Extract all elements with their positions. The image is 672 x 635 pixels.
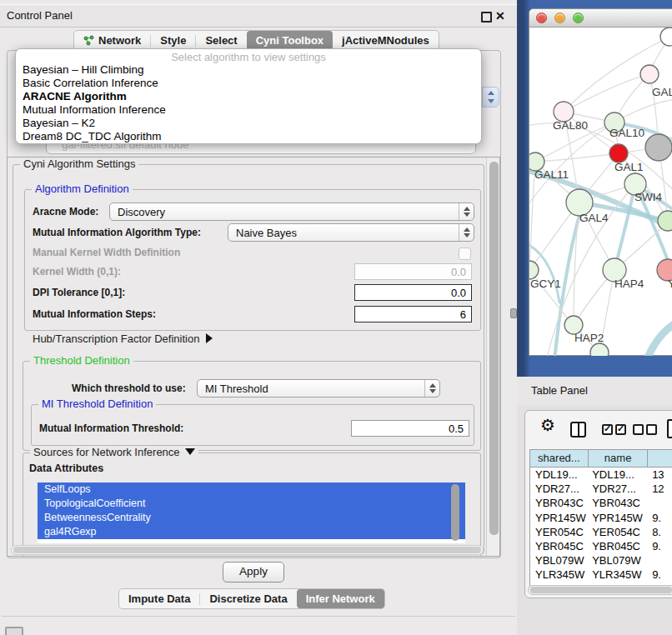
list-scrollbar-thumb[interactable] xyxy=(451,484,459,541)
split-pane-handle[interactable] xyxy=(510,308,517,318)
zoom-traffic-light-icon[interactable] xyxy=(573,12,584,23)
node-gal1[interactable] xyxy=(609,144,628,162)
attribute-item-gal4rgexp[interactable]: gal4RGexp xyxy=(38,525,465,539)
table-cell[interactable]: YLR345W xyxy=(530,568,589,582)
table-cell[interactable]: YBR043C xyxy=(530,496,589,510)
data-attributes-list[interactable]: SelfLoopsTopologicalCoefficientBetweenne… xyxy=(38,482,465,543)
float-window-icon[interactable] xyxy=(481,12,492,22)
settings-vertical-scrollbar[interactable] xyxy=(486,158,500,556)
deselect-all-checkboxes-icon[interactable] xyxy=(633,423,659,438)
tab-label: Select xyxy=(205,34,237,47)
table-row[interactable]: YBL079WYBL079W xyxy=(530,553,672,568)
node-table[interactable]: shared... name YDL19...YDL19...13YDR27..… xyxy=(529,449,672,587)
algorithm-option-aracne-algorithm[interactable]: ARACNE Algorithm xyxy=(16,90,481,103)
network-view-window[interactable]: GALGAL80GAL10GAL1GAL11SWI4GAL4GCY1HAP4YH… xyxy=(529,8,672,356)
network-window-titlebar[interactable] xyxy=(529,9,672,28)
table-cell[interactable]: 9. xyxy=(649,568,672,582)
table-scrollbar-thumb[interactable] xyxy=(530,587,672,593)
table-cell[interactable]: YBR043C xyxy=(589,496,649,510)
table-cell[interactable]: YPR145W xyxy=(530,511,589,525)
mini-palette-icon[interactable] xyxy=(5,627,23,635)
table-row[interactable]: YLR345WYLR345W9. xyxy=(530,568,672,582)
settings-scrollbar-thumb[interactable] xyxy=(489,162,499,535)
table-cell[interactable] xyxy=(649,496,672,510)
tab-select[interactable]: Select xyxy=(196,31,246,50)
table-row[interactable]: YPR145WYPR145W9. xyxy=(530,511,672,525)
table-body[interactable]: YDL19...YDL19...13YDR27...YDR27...12YBR0… xyxy=(529,468,672,587)
table-cell[interactable]: YDL19... xyxy=(530,468,589,482)
tab-style[interactable]: Style xyxy=(151,31,195,50)
column-header-partial[interactable] xyxy=(648,450,672,467)
tab-cyni-toolbox[interactable]: Cyni Toolbox xyxy=(247,31,333,50)
algorithm-option-basic-correlation-inference[interactable]: Basic Correlation Inference xyxy=(16,77,481,90)
table-cell[interactable]: 13 xyxy=(649,468,672,482)
table-cell[interactable]: YBR045C xyxy=(589,539,649,553)
mi-algorithm-type-label: Mutual Information Algorithm Type: xyxy=(33,223,201,242)
table-cell[interactable]: YBL079W xyxy=(589,553,649,568)
close-traffic-light-icon[interactable] xyxy=(536,12,547,23)
combo-stepper-icon[interactable] xyxy=(424,380,439,397)
column-header-name[interactable]: name xyxy=(589,450,649,467)
table-header-row[interactable]: shared... name xyxy=(529,449,672,468)
table-cell[interactable]: YER054C xyxy=(589,525,649,539)
select-all-checkboxes-icon[interactable] xyxy=(602,423,629,438)
tab-network[interactable]: Network xyxy=(74,31,150,50)
table-horizontal-scrollbar[interactable] xyxy=(528,585,672,595)
dpi-tolerance-input[interactable] xyxy=(354,284,472,301)
algorithm-option-dream8-dc-tdc-algorithm[interactable]: Dream8 DC_TDC Algorithm xyxy=(16,130,481,143)
algorithm-option-bayesian-hill-climbing[interactable]: Bayesian – Hill Climbing xyxy=(16,63,481,77)
tab-discretize-data[interactable]: Discretize Data xyxy=(200,589,296,608)
mi-algorithm-type-combo[interactable]: Naive Bayes xyxy=(228,223,474,242)
attribute-item-selfloops[interactable]: SelfLoops xyxy=(38,482,465,497)
split-view-icon[interactable] xyxy=(570,422,586,438)
node-unlabeled[interactable] xyxy=(658,211,672,231)
table-cell[interactable]: 12 xyxy=(649,482,672,496)
mi-threshold-input[interactable] xyxy=(351,420,469,437)
table-cell[interactable]: YDR27... xyxy=(530,482,589,496)
table-cell[interactable]: 9. xyxy=(649,539,672,553)
mi-steps-input[interactable] xyxy=(354,306,472,322)
manual-kernel-checkbox[interactable] xyxy=(459,248,471,260)
aracne-mode-combo[interactable]: Discovery xyxy=(109,202,474,221)
table-cell[interactable]: YLR345W xyxy=(589,568,649,582)
combo-stepper-icon[interactable] xyxy=(459,224,474,241)
close-icon[interactable]: ✕ xyxy=(495,8,505,23)
new-column-icon[interactable] xyxy=(667,419,672,438)
table-row[interactable]: YDR27...YDR27...12 xyxy=(530,482,672,496)
table-row[interactable]: YER054CYER054C8. xyxy=(530,525,672,539)
table-cell[interactable]: YBR045C xyxy=(530,539,589,553)
table-cell[interactable]: 8. xyxy=(649,525,672,539)
node-gal[interactable] xyxy=(640,65,659,83)
algorithm-option-bayesian-k2[interactable]: Bayesian – K2 xyxy=(16,117,481,130)
table-cell[interactable]: YPR145W xyxy=(589,511,649,525)
attribute-item-topologicalcoefficient[interactable]: TopologicalCoefficient xyxy=(38,497,465,511)
tab-infer-network[interactable]: Infer Network xyxy=(297,589,384,608)
hub-definition-toggle[interactable]: Hub/Transcription Factor Definition xyxy=(33,332,213,345)
node-unlabeled[interactable] xyxy=(660,28,672,46)
tab-jactivemnodules[interactable]: jActiveMNodules xyxy=(333,31,439,50)
table-cell[interactable]: 9. xyxy=(649,511,672,525)
table-row[interactable]: YBR043CYBR043C xyxy=(530,496,672,510)
apply-button[interactable]: Apply xyxy=(223,562,284,582)
table-cell[interactable]: YDR27... xyxy=(589,482,649,496)
table-cell[interactable]: YER054C xyxy=(530,525,589,539)
horizontal-scrollbar[interactable] xyxy=(11,545,484,555)
tab-impute-data[interactable]: Impute Data xyxy=(119,589,199,608)
table-row[interactable]: YBR045CYBR045C9. xyxy=(530,539,672,553)
attribute-item-betweennesscentrality[interactable]: BetweennessCentrality xyxy=(38,511,465,525)
network-canvas[interactable]: GALGAL80GAL10GAL1GAL11SWI4GAL4GCY1HAP4YH… xyxy=(529,28,672,356)
table-cell[interactable]: YDL19... xyxy=(589,468,649,482)
kernel-width-input[interactable] xyxy=(354,263,472,280)
minimize-traffic-light-icon[interactable] xyxy=(554,12,565,23)
table-row[interactable]: YDL19...YDL19...13 xyxy=(530,468,672,482)
column-header-shared-name[interactable]: shared... xyxy=(530,450,589,467)
horizontal-scrollbar-thumb[interactable] xyxy=(13,547,481,553)
table-cell[interactable] xyxy=(649,553,672,568)
which-threshold-combo[interactable]: MI Threshold xyxy=(197,379,440,398)
algorithm-option-mutual-information-inference[interactable]: Mutual Information Inference xyxy=(16,103,481,117)
gear-icon[interactable]: ⚙ xyxy=(540,415,555,435)
table-cell[interactable]: YBL079W xyxy=(530,553,589,568)
node-unlabeled[interactable] xyxy=(645,134,672,161)
node-gcy1[interactable] xyxy=(529,261,539,279)
combo-stepper-icon[interactable] xyxy=(459,203,474,220)
